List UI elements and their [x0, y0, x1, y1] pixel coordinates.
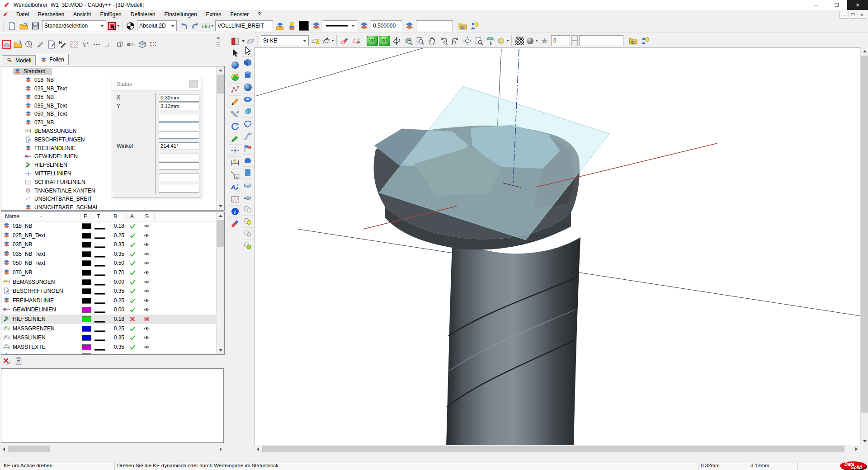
row-visibility-flag[interactable] [143, 297, 150, 304]
row-active-flag[interactable] [129, 306, 136, 313]
solid-sweep-icon[interactable] [242, 130, 254, 142]
number-spinner[interactable]: 0 [550, 35, 578, 46]
status-row-field[interactable]: 3.13mm [159, 103, 199, 110]
table-row[interactable]: GEWINDELINIEN 0.00 [1, 305, 224, 315]
row-visibility-flag[interactable] [143, 288, 150, 294]
solid-prism-icon[interactable] [242, 106, 254, 118]
folder-import-icon[interactable] [12, 39, 24, 50]
btn-2d[interactable]: 2D [367, 36, 378, 46]
row-linetype[interactable] [94, 235, 106, 237]
folder-open-icon[interactable] [18, 20, 29, 32]
text-edit-icon[interactable]: A [229, 181, 241, 193]
row-active-flag[interactable] [129, 316, 136, 322]
viewport-hscrollbar[interactable] [254, 445, 860, 453]
pan-hand-icon[interactable] [426, 35, 438, 47]
pencil-green-icon[interactable] [229, 132, 241, 145]
table-row[interactable]: 10 MASSTEXTE 0.35 [1, 343, 224, 352]
solid-torus-icon[interactable] [242, 94, 254, 106]
viewport-canvas[interactable] [254, 47, 861, 446]
viewport-vscrollbar[interactable] [860, 47, 868, 445]
layers-icon[interactable] [403, 20, 415, 32]
row-active-flag[interactable] [129, 288, 136, 294]
delete-marker-icon[interactable] [3, 357, 11, 365]
toolbar-grip[interactable] [256, 36, 259, 46]
row-active-flag[interactable] [129, 251, 136, 257]
row-color-swatch[interactable] [82, 298, 91, 304]
table-row[interactable]: FREIHANDLINIE 0.25 [1, 296, 224, 306]
row-active-flag[interactable] [129, 279, 136, 285]
row-active-flag[interactable] [129, 353, 136, 355]
mdi-close-button[interactable]: ✕ [858, 11, 866, 19]
bool-spheres-yellow-icon[interactable] [242, 216, 254, 228]
solid-block-flat-icon[interactable] [242, 191, 254, 203]
mesh-icon[interactable] [514, 35, 525, 47]
scroll-thumb[interactable] [861, 56, 868, 413]
row-visibility-flag[interactable] [143, 241, 150, 248]
cube-zoom-icon[interactable] [402, 35, 414, 47]
table-header[interactable]: ⌄ NameFTBAS [1, 212, 224, 221]
sheet-edit-icon[interactable] [46, 39, 57, 50]
status-row-field[interactable]: 0.32mm [159, 94, 199, 102]
table-row[interactable]: 035_NB_Text 0.35 [1, 249, 224, 259]
menu-item-[interactable]: ? [253, 10, 265, 19]
row-linetype[interactable] [94, 253, 106, 255]
corner-dash-icon[interactable] [103, 39, 114, 50]
clock-edit-icon[interactable] [24, 39, 35, 50]
tree-item[interactable]: UNSICHTBARE_SCHMAL [1, 203, 224, 211]
row-active-flag[interactable] [129, 297, 136, 304]
dock-close-icon[interactable]: ✕ [215, 35, 222, 41]
row-visibility-flag[interactable] [143, 223, 150, 229]
row-active-flag[interactable] [129, 344, 136, 350]
column-header-name[interactable]: Name [5, 213, 19, 220]
btn-3d[interactable]: 3D [379, 36, 390, 46]
select-arrow-white-icon[interactable] [242, 45, 254, 57]
tab-folien[interactable]: Folien [36, 54, 69, 65]
folder-people-icon[interactable] [457, 20, 468, 32]
table-row[interactable]: 025_NB_Text 0.25 [1, 231, 224, 240]
table-row[interactable]: MITTELLINIEN 0.35 [1, 352, 224, 355]
scroll-left-icon[interactable] [0, 445, 8, 453]
zoom-window-icon[interactable] [414, 35, 426, 47]
row-color-swatch[interactable] [82, 288, 91, 294]
person-bulb-icon[interactable] [639, 35, 651, 47]
layers-icon[interactable] [358, 20, 370, 32]
scroll-down-icon[interactable] [217, 347, 224, 354]
row-linetype[interactable] [94, 272, 106, 274]
scroll-thumb[interactable] [217, 220, 224, 247]
minimize-button[interactable]: ─ [806, 0, 826, 10]
undo-icon[interactable] [178, 20, 189, 32]
status-row-field[interactable] [159, 162, 199, 170]
color-swatch[interactable] [299, 21, 309, 31]
row-linetype[interactable] [94, 225, 106, 227]
table-row[interactable]: BESCHRIFTUNGEN 0.35 [1, 287, 224, 296]
row-visibility-flag[interactable] [143, 334, 150, 341]
row-active-flag[interactable] [129, 232, 136, 239]
paint-roller-icon[interactable] [485, 35, 496, 47]
box-iso-icon[interactable] [137, 39, 148, 50]
row-linetype[interactable] [94, 328, 106, 330]
message-textarea[interactable] [1, 368, 224, 443]
pliers-icon[interactable] [229, 108, 241, 120]
table-row[interactable]: BEMASSUNGEN 0.00 [1, 277, 224, 287]
menu-item-bearbeiten[interactable]: Bearbeiten [33, 10, 69, 19]
table-row[interactable]: 018_NB 0.18 [1, 221, 224, 231]
status-row-field[interactable] [159, 122, 199, 130]
scroll-thumb[interactable] [217, 75, 224, 94]
row-color-swatch[interactable] [82, 279, 91, 285]
solid-round-block-icon[interactable] [242, 155, 254, 167]
scroll-up-icon[interactable] [217, 212, 224, 220]
column-header-s[interactable]: S [145, 213, 149, 220]
menu-item-extras[interactable]: Extras [202, 10, 226, 19]
dimension-flash-icon[interactable] [229, 157, 241, 169]
row-linetype[interactable] [94, 262, 106, 264]
plane-arrow-icon[interactable] [321, 35, 335, 47]
row-active-flag[interactable] [129, 269, 136, 276]
tree-item[interactable]: Standard [1, 67, 224, 76]
row-color-swatch[interactable] [82, 242, 91, 248]
table-row[interactable]: H HILFSLINIEN 0.18 [1, 315, 224, 324]
bool-spheres-green-icon[interactable] [242, 240, 254, 252]
row-visibility-flag[interactable] [143, 353, 150, 355]
center-cross-icon[interactable] [91, 39, 103, 50]
rotate-arrows-icon[interactable] [229, 120, 241, 132]
sphere-shade-icon[interactable] [525, 35, 538, 47]
